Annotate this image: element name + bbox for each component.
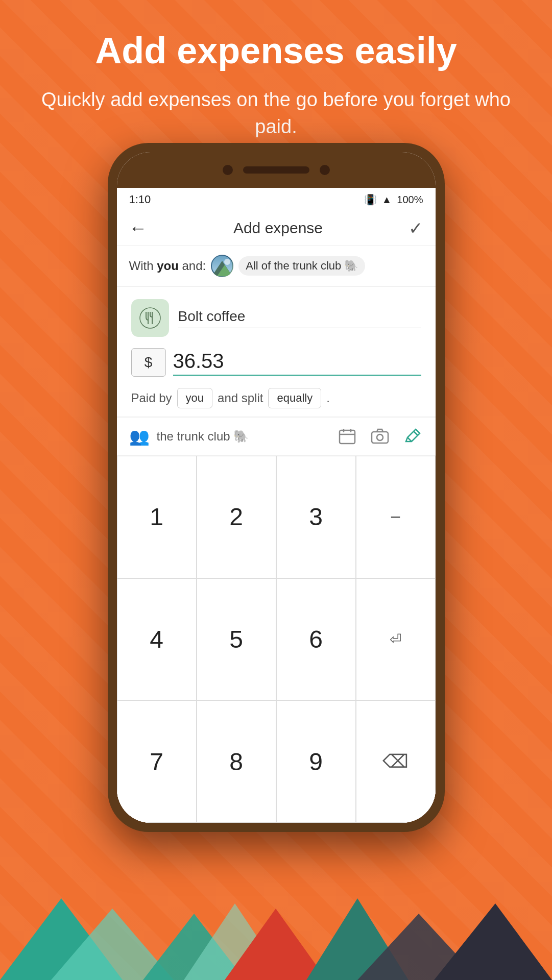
vibrate-icon: 📳 — [364, 193, 377, 206]
triangles-svg — [0, 898, 552, 980]
expense-category-icon[interactable] — [131, 299, 169, 337]
edit-button[interactable] — [402, 426, 423, 447]
header-section: Add expenses easily Quickly add expenses… — [0, 0, 552, 161]
key-5[interactable]: 5 — [197, 578, 276, 701]
svg-rect-7 — [340, 430, 355, 444]
with-you: you — [157, 259, 179, 273]
top-nav: ← Add expense ✓ — [117, 211, 436, 246]
amount-input-wrapper — [173, 350, 421, 376]
group-tag[interactable]: All of the trunk club 🐘 — [238, 256, 365, 276]
fork-knife-icon — [139, 307, 161, 329]
amount-input[interactable] — [173, 350, 421, 373]
triangles-decoration — [0, 898, 552, 980]
calendar-button[interactable] — [337, 426, 358, 447]
paid-by-label: Paid by — [131, 391, 172, 405]
group-people-icon: 👥 — [129, 427, 150, 446]
svg-line-14 — [414, 431, 418, 435]
key-9[interactable]: 9 — [276, 700, 356, 823]
camera-dot-left — [223, 165, 233, 175]
avatar-image — [212, 256, 232, 276]
header-title: Add expenses easily — [41, 31, 511, 71]
backspace-icon: ⌫ — [382, 751, 409, 772]
svg-rect-11 — [372, 432, 388, 443]
group-name-label: the trunk club 🐘 — [157, 429, 337, 444]
status-time: 1:10 — [129, 193, 151, 206]
svg-point-4 — [140, 308, 160, 328]
with-section: With you and: — [117, 246, 436, 287]
numpad: 1 2 3 − 4 5 6 ⏎ 7 8 9 ⌫ — [117, 456, 436, 823]
check-button[interactable]: ✓ — [409, 218, 423, 238]
status-icons: 📳 ▲ 100% — [364, 193, 423, 206]
key-minus[interactable]: − — [356, 456, 436, 578]
svg-point-3 — [224, 259, 230, 265]
back-button[interactable]: ← — [129, 217, 148, 239]
screen-content: 1:10 📳 ▲ 100% ← Add expense ✓ Wi — [117, 188, 436, 823]
expense-amount-row: $ — [131, 348, 421, 377]
split-value[interactable]: equally — [268, 388, 321, 408]
svg-point-12 — [377, 434, 383, 440]
nav-title: Add expense — [233, 219, 323, 237]
key-7[interactable]: 7 — [117, 700, 197, 823]
key-4[interactable]: 4 — [117, 578, 197, 701]
key-3[interactable]: 3 — [276, 456, 356, 578]
phone-frame: 1:10 📳 ▲ 100% ← Add expense ✓ Wi — [108, 143, 445, 832]
camera-icon — [371, 427, 389, 446]
expense-name-row — [131, 299, 421, 337]
period-dot: . — [326, 391, 330, 405]
camera-button[interactable] — [369, 426, 391, 447]
calendar-icon — [338, 427, 356, 446]
speaker-bar — [243, 166, 309, 174]
split-label: and split — [218, 391, 263, 405]
expense-form: $ Paid by you and split equally . — [117, 287, 436, 417]
key-2[interactable]: 2 — [197, 456, 276, 578]
phone-screen: 1:10 📳 ▲ 100% ← Add expense ✓ Wi — [117, 152, 436, 823]
key-backspace[interactable]: ⌫ — [356, 700, 436, 823]
action-icons — [337, 426, 423, 447]
group-tag-text: All of the trunk club 🐘 — [246, 259, 358, 273]
key-8[interactable]: 8 — [197, 700, 276, 823]
group-avatar — [211, 255, 233, 277]
wifi-icon: ▲ — [382, 194, 392, 206]
camera-dot-right — [320, 165, 330, 175]
currency-box: $ — [131, 348, 166, 377]
expense-name-input[interactable] — [178, 308, 421, 328]
paid-by-value[interactable]: you — [177, 388, 212, 408]
key-1[interactable]: 1 — [117, 456, 197, 578]
paid-split-row: Paid by you and split equally . — [131, 388, 421, 408]
key-space[interactable]: ⏎ — [356, 578, 436, 701]
edit-icon — [403, 427, 422, 446]
phone-top-bar — [117, 152, 436, 188]
status-bar: 1:10 📳 ▲ 100% — [117, 188, 436, 211]
key-6[interactable]: 6 — [276, 578, 356, 701]
bottom-bar: 👥 the trunk club 🐘 — [117, 417, 436, 456]
with-label: With you and: — [129, 259, 206, 273]
currency-symbol: $ — [145, 354, 153, 371]
svg-marker-22 — [434, 903, 552, 980]
header-subtitle: Quickly add expenses on the go before yo… — [41, 86, 511, 140]
page-background: Add expenses easily Quickly add expenses… — [0, 0, 552, 161]
battery-text: 100% — [397, 194, 423, 206]
